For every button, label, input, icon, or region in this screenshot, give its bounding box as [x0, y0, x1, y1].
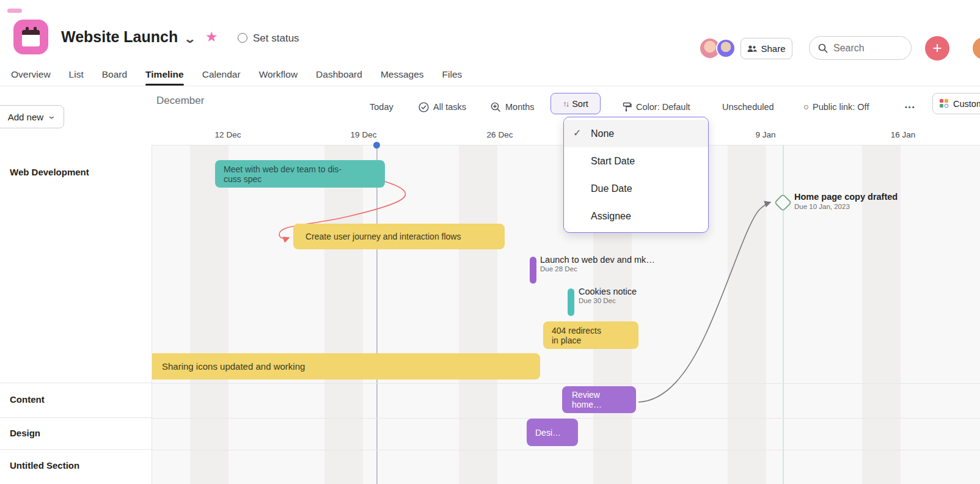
color-setting-button[interactable]: Color: Default — [622, 97, 690, 117]
search-input[interactable] — [833, 43, 901, 54]
today-marker-dot — [373, 142, 380, 148]
task-bar-404-redirects[interactable]: 404 redirects in place — [543, 321, 638, 349]
top-bar: Website Launch ⌄ ★ Set status Share + — [0, 0, 980, 63]
public-link-button[interactable]: Public link: Off — [804, 97, 869, 117]
milestone-label[interactable]: Home page copy drafted Due 10 Jan, 2023 — [794, 192, 898, 210]
create-plus-button[interactable]: + — [925, 36, 949, 61]
task-pill-launch[interactable] — [530, 257, 536, 284]
sort-option-due-date[interactable]: Due Date — [564, 175, 708, 202]
customize-grid-icon — [940, 99, 949, 108]
calendar-glyph — [22, 30, 40, 46]
date-tick: 12 Dec — [215, 130, 241, 139]
sort-button[interactable]: ↑↓ Sort — [550, 93, 601, 114]
decorative-pink-mark — [7, 9, 22, 13]
set-status-button[interactable]: Set status — [253, 32, 299, 45]
task-bar-review-home[interactable]: Review home… — [562, 386, 636, 413]
more-options-button[interactable]: ••• — [905, 97, 916, 117]
unscheduled-button[interactable]: Unscheduled — [722, 97, 774, 117]
sort-option-assignee[interactable]: Assignee — [564, 202, 708, 230]
page-title: Website Launch — [61, 28, 178, 46]
task-label-cookies[interactable]: Cookies notice Due 30 Dec — [579, 287, 637, 304]
search-box[interactable] — [809, 36, 912, 60]
tab-dashboard[interactable]: Dashboard — [316, 63, 362, 86]
task-bar-sharing-icons[interactable]: Sharing icons updated and working — [152, 353, 540, 380]
sort-dropdown-menu: ✓ None Start Date Due Date Assignee — [563, 117, 709, 233]
add-new-label: Add new — [8, 112, 43, 122]
avatar[interactable] — [973, 37, 980, 59]
avatar[interactable] — [716, 38, 736, 58]
check-icon: ✓ — [573, 127, 581, 139]
people-icon — [747, 45, 757, 53]
paint-roller-icon — [622, 102, 632, 112]
share-button[interactable]: Share — [740, 38, 792, 59]
date-tick: 26 Dec — [487, 130, 513, 139]
date-tick: 9 Jan — [755, 130, 775, 139]
date-tick: 16 Jan — [891, 130, 916, 139]
tab-workflow[interactable]: Workflow — [259, 63, 298, 86]
sort-option-start-date[interactable]: Start Date — [564, 147, 708, 175]
weekend-band — [324, 145, 363, 484]
sort-arrows-icon: ↑↓ — [563, 99, 568, 108]
timeline-toolbar: Add new ⌄ December Today All tasks Month… — [0, 86, 980, 128]
timeline-date-header: 12 Dec 19 Dec 26 Dec 9 Jan 16 Jan — [0, 128, 980, 145]
section-content[interactable]: Content — [10, 394, 45, 405]
tab-files[interactable]: Files — [442, 63, 463, 86]
project-calendar-icon[interactable] — [13, 20, 48, 54]
task-bar-design[interactable]: Desi… — [527, 419, 578, 446]
chevron-down-icon: ⌄ — [47, 111, 56, 120]
zoom-plus-icon — [491, 102, 501, 112]
month-label: December — [156, 95, 204, 107]
customize-button[interactable]: Customize — [932, 93, 980, 114]
weekend-band — [728, 145, 766, 484]
tab-board[interactable]: Board — [102, 63, 127, 86]
check-circle-icon — [419, 102, 429, 112]
section-web-development[interactable]: Web Development — [10, 167, 89, 177]
tab-timeline[interactable]: Timeline — [145, 63, 184, 86]
all-tasks-filter-button[interactable]: All tasks — [419, 97, 466, 117]
section-design[interactable]: Design — [10, 428, 40, 438]
tab-overview[interactable]: Overview — [11, 63, 51, 86]
sections-panel: Web Development Content Design Untitled … — [0, 145, 152, 484]
zoom-months-button[interactable]: Months — [491, 97, 535, 117]
add-new-button[interactable]: Add new ⌄ — [0, 105, 64, 128]
today-line — [376, 145, 378, 484]
task-label-launch[interactable]: Launch to web dev and mk… Due 28 Dec — [540, 255, 655, 273]
tab-list[interactable]: List — [69, 63, 84, 86]
favorite-star-icon[interactable]: ★ — [205, 29, 218, 45]
title-chevron-down-icon[interactable]: ⌄ — [184, 32, 197, 46]
task-bar-user-journey[interactable]: Create user journey and interaction flow… — [293, 224, 505, 249]
share-label: Share — [761, 43, 785, 54]
weekend-band — [190, 145, 229, 484]
weekend-band — [459, 145, 497, 484]
sort-option-none[interactable]: ✓ None — [564, 120, 708, 147]
status-circle-icon — [238, 33, 247, 43]
task-pill-cookies[interactable] — [568, 288, 574, 316]
project-tabs: Overview List Board Timeline Calendar Wo… — [0, 63, 980, 86]
date-tick: 19 Dec — [351, 130, 377, 139]
section-untitled[interactable]: Untitled Section — [10, 460, 79, 471]
search-icon — [818, 43, 828, 53]
link-status-dot-icon — [804, 105, 808, 109]
tab-messages[interactable]: Messages — [381, 63, 424, 86]
ellipsis-icon: ••• — [905, 103, 916, 111]
today-button[interactable]: Today — [370, 97, 393, 117]
tab-calendar[interactable]: Calendar — [202, 63, 241, 86]
plus-icon: + — [932, 40, 942, 56]
task-bar-meet-web-dev[interactable]: Meet with web dev team to dis- cuss spec — [215, 160, 385, 188]
